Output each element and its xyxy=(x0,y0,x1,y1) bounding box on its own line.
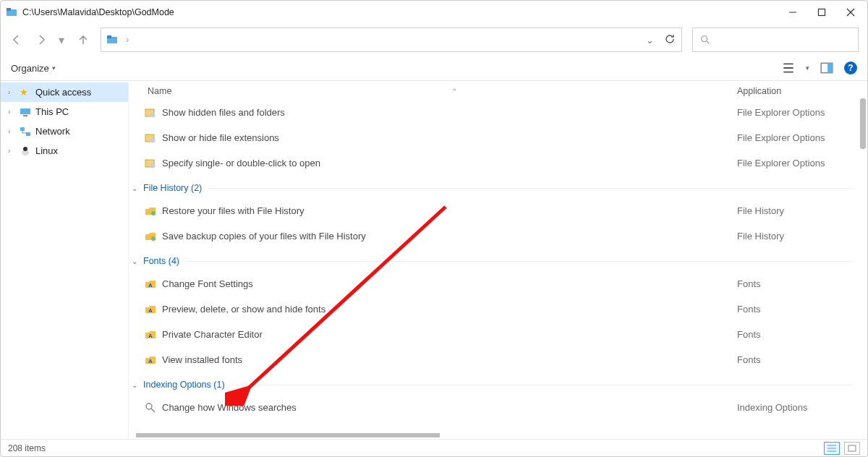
maximize-button[interactable] xyxy=(817,7,827,17)
list-item[interactable]: AView installed fontsFonts xyxy=(129,347,867,372)
list-item[interactable]: Restore your files with File HistoryFile… xyxy=(129,198,867,223)
search-input[interactable] xyxy=(692,27,859,52)
list-item[interactable]: APreview, delete, or show and hide fonts… xyxy=(129,296,867,322)
item-icon xyxy=(145,132,156,144)
explorer-icon xyxy=(7,7,18,18)
item-count: 208 items xyxy=(8,443,46,453)
nav-up-button[interactable] xyxy=(76,33,90,47)
item-application: Indexing Options xyxy=(737,402,853,413)
pc-icon xyxy=(20,106,31,118)
column-application[interactable]: Application xyxy=(737,86,853,96)
sidebar-item-quick-access[interactable]: › ★ Quick access xyxy=(1,82,128,102)
list-item[interactable]: APrivate Character EditorFonts xyxy=(129,322,867,347)
linux-icon xyxy=(20,145,31,157)
item-application: Fonts xyxy=(737,304,853,315)
list-item[interactable]: Show or hide file extensionsFile Explore… xyxy=(129,125,867,150)
svg-line-31 xyxy=(151,409,155,412)
chevron-down-icon: ▾ xyxy=(52,64,56,72)
chevron-down-icon: ⌄ xyxy=(132,184,140,192)
details-view-button[interactable] xyxy=(824,442,840,455)
nav-history-dropdown[interactable]: ▾ xyxy=(59,33,66,47)
column-headers[interactable]: Name ⌃ Application xyxy=(129,82,867,100)
item-application: Fonts xyxy=(737,329,853,340)
group-header[interactable]: ⌄Indexing Options (1) xyxy=(129,375,867,395)
item-icon xyxy=(145,158,156,169)
svg-text:A: A xyxy=(148,333,153,339)
svg-rect-13 xyxy=(23,115,27,116)
chevron-down-icon[interactable]: ▾ xyxy=(806,64,809,72)
sidebar-item-label: This PC xyxy=(35,106,69,117)
item-name: Restore your files with File History xyxy=(162,205,737,216)
preview-pane-button[interactable] xyxy=(820,61,834,75)
item-application: Fonts xyxy=(737,278,853,289)
nav-back-button[interactable] xyxy=(9,33,24,47)
list-item[interactable]: Specify single- or double-click to openF… xyxy=(129,150,867,176)
refresh-button[interactable] xyxy=(664,33,676,47)
svg-point-8 xyxy=(702,36,707,42)
command-bar: Organize ▾ ▾ ? xyxy=(1,56,867,80)
chevron-right-icon: › xyxy=(8,127,15,135)
navigation-pane: › ★ Quick access › This PC › Network › L… xyxy=(1,81,128,439)
item-icon xyxy=(145,205,156,217)
sidebar-item-this-pc[interactable]: › This PC xyxy=(1,102,128,121)
column-name[interactable]: Name xyxy=(148,86,171,96)
main-area: › ★ Quick access › This PC › Network › L… xyxy=(1,80,867,439)
item-icon: A xyxy=(145,304,156,315)
nav-row: ▾ › ⌄ xyxy=(1,24,867,56)
search-icon xyxy=(700,35,710,45)
chevron-right-icon: › xyxy=(8,88,15,96)
item-application: File History xyxy=(737,231,853,242)
item-icon: A xyxy=(145,354,156,366)
item-icon xyxy=(145,231,156,242)
svg-rect-7 xyxy=(107,35,111,38)
item-name: View installed fonts xyxy=(162,354,737,365)
svg-rect-14 xyxy=(20,127,25,131)
item-name: Preview, delete, or show and hide fonts xyxy=(162,304,737,315)
godmode-icon xyxy=(107,34,119,46)
list-item[interactable]: Save backup copies of your files with Fi… xyxy=(129,223,867,249)
list-item[interactable]: Change how Windows searchesIndexing Opti… xyxy=(129,395,867,420)
item-list: Name ⌃ Application Show hidden files and… xyxy=(128,81,867,439)
svg-rect-12 xyxy=(20,108,30,114)
nav-forward-button[interactable] xyxy=(34,33,48,47)
chevron-down-icon: ⌄ xyxy=(132,429,140,430)
sidebar-item-network[interactable]: › Network xyxy=(1,121,128,141)
thumbnails-view-button[interactable] xyxy=(844,442,860,455)
list-item[interactable]: Show hidden files and foldersFile Explor… xyxy=(129,100,867,125)
item-name: Private Character Editor xyxy=(162,329,737,340)
item-application: File Explorer Options xyxy=(737,158,853,168)
group-header[interactable]: ⌄File History (2) xyxy=(129,178,867,198)
star-icon: ★ xyxy=(20,87,31,98)
sort-indicator-icon: ⌃ xyxy=(451,87,457,95)
title-bar: C:\Users\Malavida\Desktop\GodMode xyxy=(1,1,867,24)
chevron-down-icon: ⌄ xyxy=(132,381,140,389)
minimize-button[interactable] xyxy=(788,7,798,17)
list-item[interactable]: AChange Font SettingsFonts xyxy=(129,271,867,296)
group-header[interactable]: ⌄Internet Options (15) xyxy=(129,422,867,429)
window-title: C:\Users\Malavida\Desktop\GodMode xyxy=(22,7,174,17)
item-application: File History xyxy=(737,205,853,216)
sidebar-item-linux[interactable]: › Linux xyxy=(1,141,128,161)
svg-text:A: A xyxy=(148,282,153,289)
close-button[interactable] xyxy=(846,7,856,17)
view-list-button[interactable] xyxy=(781,61,796,75)
sidebar-item-label: Linux xyxy=(35,145,58,156)
item-name: Change how Windows searches xyxy=(162,402,737,413)
sidebar-item-label: Network xyxy=(35,126,70,137)
item-icon xyxy=(145,402,156,414)
organize-label: Organize xyxy=(11,63,49,74)
help-button[interactable]: ? xyxy=(844,61,857,74)
group-header[interactable]: ⌄Fonts (4) xyxy=(129,251,867,271)
organize-menu[interactable]: Organize ▾ xyxy=(11,63,56,74)
sidebar-item-label: Quick access xyxy=(35,87,91,98)
address-history-dropdown[interactable]: ⌄ xyxy=(646,35,654,46)
item-icon: A xyxy=(145,278,156,290)
horizontal-scrollbar[interactable] xyxy=(136,433,440,437)
status-bar: 208 items xyxy=(1,439,867,456)
svg-rect-32 xyxy=(848,445,856,451)
group-label: Fonts (4) xyxy=(143,256,179,266)
svg-rect-11 xyxy=(827,63,833,72)
svg-text:A: A xyxy=(148,358,153,364)
address-bar[interactable]: › ⌄ xyxy=(101,27,682,52)
group-label: Indexing Options (1) xyxy=(143,380,225,390)
